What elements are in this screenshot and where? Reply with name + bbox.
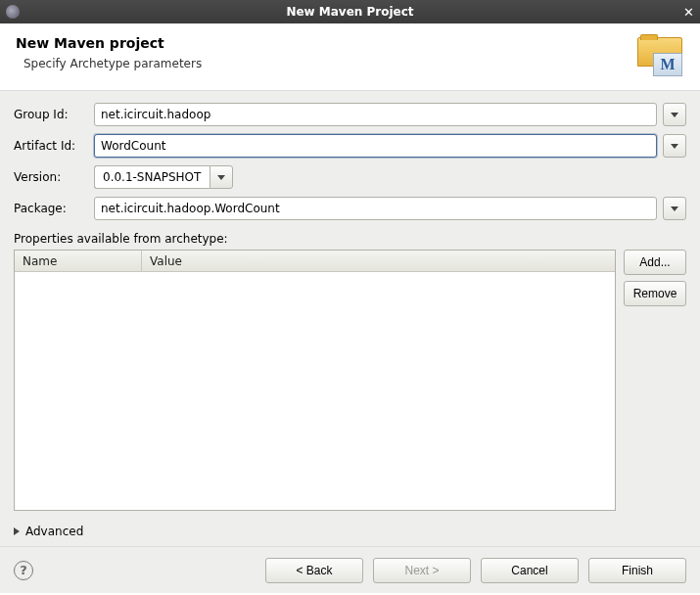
next-button: Next > xyxy=(373,558,471,583)
dialog-header: New Maven project Specify Archetype para… xyxy=(0,23,700,91)
artifact-id-input[interactable] xyxy=(94,134,657,158)
chevron-down-icon xyxy=(671,144,678,149)
maven-wizard-icon: M xyxy=(637,35,684,76)
close-icon[interactable]: ✕ xyxy=(683,6,694,19)
properties-label: Properties available from archetype: xyxy=(14,232,686,246)
column-value[interactable]: Value xyxy=(142,254,615,268)
version-label: Version: xyxy=(14,170,88,184)
group-id-dropdown-button[interactable] xyxy=(663,103,686,126)
chevron-down-icon xyxy=(671,206,678,211)
expand-right-icon xyxy=(14,527,20,535)
help-icon[interactable]: ? xyxy=(14,561,33,580)
table-header: Name Value xyxy=(15,251,615,272)
version-select[interactable]: 0.0.1-SNAPSHOT xyxy=(94,165,233,189)
version-row: Version: 0.0.1-SNAPSHOT xyxy=(14,165,686,189)
package-label: Package: xyxy=(14,202,88,215)
properties-buttons: Add... Remove xyxy=(624,250,686,511)
artifact-id-dropdown-button[interactable] xyxy=(663,134,686,158)
advanced-label: Advanced xyxy=(25,525,83,538)
dialog-footer: ? < Back Next > Cancel Finish xyxy=(0,546,700,593)
version-dropdown-button[interactable] xyxy=(210,165,233,189)
package-input[interactable] xyxy=(94,197,657,220)
chevron-down-icon xyxy=(671,113,678,117)
version-value: 0.0.1-SNAPSHOT xyxy=(94,165,210,189)
content-area: Group Id: Artifact Id: Version: 0.0.1-SN… xyxy=(0,91,700,546)
page-subtitle: Specify Archetype parameters xyxy=(16,57,202,70)
group-id-label: Group Id: xyxy=(14,108,88,121)
properties-table[interactable]: Name Value xyxy=(14,250,616,511)
package-dropdown-button[interactable] xyxy=(663,197,686,220)
add-button[interactable]: Add... xyxy=(624,250,686,275)
page-title: New Maven project xyxy=(16,35,202,51)
window-title: New Maven Project xyxy=(286,5,413,19)
app-icon xyxy=(6,5,20,19)
advanced-expander[interactable]: Advanced xyxy=(14,525,686,538)
artifact-id-label: Artifact Id: xyxy=(14,139,88,153)
table-body[interactable] xyxy=(15,272,615,510)
remove-button[interactable]: Remove xyxy=(624,281,686,306)
group-id-input[interactable] xyxy=(94,103,657,126)
finish-button[interactable]: Finish xyxy=(588,558,686,583)
column-name[interactable]: Name xyxy=(15,251,142,271)
titlebar: New Maven Project ✕ xyxy=(0,0,700,23)
chevron-down-icon xyxy=(217,175,225,180)
back-button[interactable]: < Back xyxy=(265,558,363,583)
properties-area: Name Value Add... Remove xyxy=(14,250,686,511)
artifact-id-row: Artifact Id: xyxy=(14,134,686,158)
package-row: Package: xyxy=(14,197,686,220)
group-id-row: Group Id: xyxy=(14,103,686,126)
cancel-button[interactable]: Cancel xyxy=(481,558,579,583)
